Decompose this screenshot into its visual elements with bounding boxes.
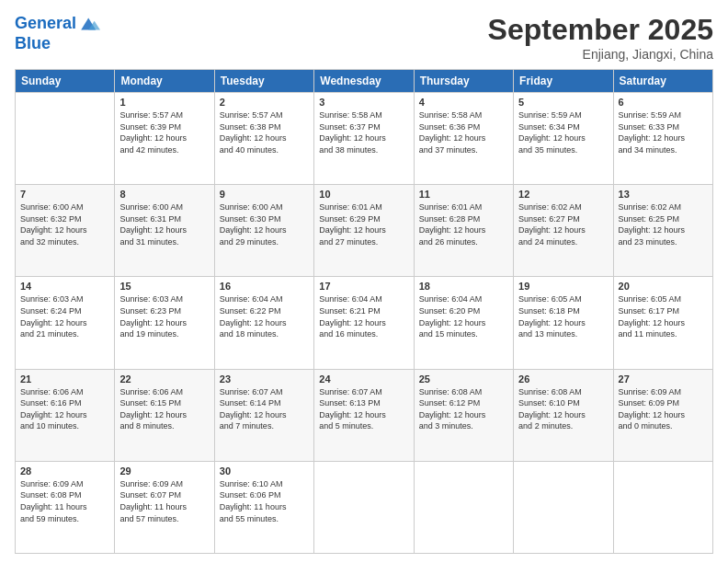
day-number: 14 xyxy=(20,281,109,292)
day-info: Sunrise: 6:09 AM Sunset: 6:07 PM Dayligh… xyxy=(119,478,209,524)
day-number: 13 xyxy=(619,189,708,200)
day-number: 6 xyxy=(619,97,708,108)
day-cell: 12Sunrise: 6:02 AM Sunset: 6:27 PM Dayli… xyxy=(514,185,613,277)
day-cell xyxy=(414,461,513,553)
day-number: 12 xyxy=(518,189,608,200)
day-info: Sunrise: 6:03 AM Sunset: 6:23 PM Dayligh… xyxy=(119,293,209,339)
day-cell: 23Sunrise: 6:07 AM Sunset: 6:14 PM Dayli… xyxy=(214,369,313,461)
day-cell: 10Sunrise: 6:01 AM Sunset: 6:29 PM Dayli… xyxy=(314,185,414,277)
col-header-friday: Friday xyxy=(514,70,613,93)
day-cell: 4Sunrise: 5:58 AM Sunset: 6:36 PM Daylig… xyxy=(414,93,513,185)
col-header-tuesday: Tuesday xyxy=(214,70,313,93)
day-info: Sunrise: 6:09 AM Sunset: 6:08 PM Dayligh… xyxy=(20,478,109,524)
day-info: Sunrise: 5:59 AM Sunset: 6:34 PM Dayligh… xyxy=(518,109,608,155)
day-info: Sunrise: 6:07 AM Sunset: 6:13 PM Dayligh… xyxy=(319,386,408,432)
day-cell: 11Sunrise: 6:01 AM Sunset: 6:28 PM Dayli… xyxy=(414,185,513,277)
month-title: September 2025 xyxy=(488,13,713,47)
day-cell: 3Sunrise: 5:58 AM Sunset: 6:37 PM Daylig… xyxy=(314,93,414,185)
location: Enjiang, Jiangxi, China xyxy=(488,47,713,62)
day-number: 2 xyxy=(220,97,309,108)
day-cell xyxy=(514,461,613,553)
week-row-3: 14Sunrise: 6:03 AM Sunset: 6:24 PM Dayli… xyxy=(16,277,713,369)
calendar-table: SundayMondayTuesdayWednesdayThursdayFrid… xyxy=(15,69,713,554)
day-cell: 24Sunrise: 6:07 AM Sunset: 6:13 PM Dayli… xyxy=(314,369,414,461)
day-cell: 30Sunrise: 6:10 AM Sunset: 6:06 PM Dayli… xyxy=(214,461,313,553)
day-info: Sunrise: 5:58 AM Sunset: 6:37 PM Dayligh… xyxy=(319,109,408,155)
day-number: 27 xyxy=(619,373,708,385)
day-info: Sunrise: 6:01 AM Sunset: 6:28 PM Dayligh… xyxy=(419,201,508,247)
day-number: 28 xyxy=(20,465,109,477)
day-number: 15 xyxy=(119,281,209,292)
day-cell: 17Sunrise: 6:04 AM Sunset: 6:21 PM Dayli… xyxy=(314,277,414,369)
day-number: 18 xyxy=(419,281,508,292)
day-number: 17 xyxy=(319,281,408,292)
col-header-monday: Monday xyxy=(115,70,214,93)
day-number: 1 xyxy=(119,97,209,108)
day-info: Sunrise: 6:07 AM Sunset: 6:14 PM Dayligh… xyxy=(220,386,309,432)
logo-text2: Blue xyxy=(15,35,100,53)
logo-icon xyxy=(78,13,100,35)
day-cell: 7Sunrise: 6:00 AM Sunset: 6:32 PM Daylig… xyxy=(16,185,115,277)
day-info: Sunrise: 6:04 AM Sunset: 6:22 PM Dayligh… xyxy=(220,293,309,339)
day-cell xyxy=(16,93,115,185)
day-cell: 19Sunrise: 6:05 AM Sunset: 6:18 PM Dayli… xyxy=(514,277,613,369)
col-header-wednesday: Wednesday xyxy=(314,70,414,93)
day-number: 29 xyxy=(119,465,209,477)
day-number: 7 xyxy=(20,189,109,200)
day-info: Sunrise: 6:00 AM Sunset: 6:31 PM Dayligh… xyxy=(119,201,209,247)
day-cell: 27Sunrise: 6:09 AM Sunset: 6:09 PM Dayli… xyxy=(613,369,712,461)
day-cell: 20Sunrise: 6:05 AM Sunset: 6:17 PM Dayli… xyxy=(613,277,712,369)
day-cell: 5Sunrise: 5:59 AM Sunset: 6:34 PM Daylig… xyxy=(514,93,613,185)
day-cell: 2Sunrise: 5:57 AM Sunset: 6:38 PM Daylig… xyxy=(214,93,313,185)
day-info: Sunrise: 6:06 AM Sunset: 6:15 PM Dayligh… xyxy=(119,386,209,432)
day-cell: 1Sunrise: 5:57 AM Sunset: 6:39 PM Daylig… xyxy=(115,93,214,185)
day-info: Sunrise: 5:57 AM Sunset: 6:39 PM Dayligh… xyxy=(119,109,209,155)
day-info: Sunrise: 6:05 AM Sunset: 6:18 PM Dayligh… xyxy=(518,293,608,339)
title-block: September 2025 Enjiang, Jiangxi, China xyxy=(488,13,713,62)
col-header-sunday: Sunday xyxy=(16,70,115,93)
day-cell: 28Sunrise: 6:09 AM Sunset: 6:08 PM Dayli… xyxy=(16,461,115,553)
day-number: 22 xyxy=(119,373,209,385)
day-info: Sunrise: 6:01 AM Sunset: 6:29 PM Dayligh… xyxy=(319,201,408,247)
day-info: Sunrise: 6:05 AM Sunset: 6:17 PM Dayligh… xyxy=(619,293,708,339)
day-cell: 21Sunrise: 6:06 AM Sunset: 6:16 PM Dayli… xyxy=(16,369,115,461)
day-number: 26 xyxy=(518,373,608,385)
day-number: 25 xyxy=(419,373,508,385)
day-info: Sunrise: 6:08 AM Sunset: 6:10 PM Dayligh… xyxy=(518,386,608,432)
day-info: Sunrise: 6:00 AM Sunset: 6:30 PM Dayligh… xyxy=(220,201,309,247)
day-cell xyxy=(314,461,414,553)
day-info: Sunrise: 6:10 AM Sunset: 6:06 PM Dayligh… xyxy=(220,478,309,524)
day-info: Sunrise: 6:00 AM Sunset: 6:32 PM Dayligh… xyxy=(20,201,109,247)
day-cell: 15Sunrise: 6:03 AM Sunset: 6:23 PM Dayli… xyxy=(115,277,214,369)
day-number: 5 xyxy=(518,97,608,108)
col-header-thursday: Thursday xyxy=(414,70,513,93)
day-cell: 6Sunrise: 5:59 AM Sunset: 6:33 PM Daylig… xyxy=(613,93,712,185)
logo: General Blue xyxy=(15,13,100,53)
day-info: Sunrise: 5:57 AM Sunset: 6:38 PM Dayligh… xyxy=(220,109,309,155)
week-row-2: 7Sunrise: 6:00 AM Sunset: 6:32 PM Daylig… xyxy=(16,185,713,277)
day-number: 24 xyxy=(319,373,408,385)
day-cell: 26Sunrise: 6:08 AM Sunset: 6:10 PM Dayli… xyxy=(514,369,613,461)
day-info: Sunrise: 6:04 AM Sunset: 6:20 PM Dayligh… xyxy=(419,293,508,339)
week-row-5: 28Sunrise: 6:09 AM Sunset: 6:08 PM Dayli… xyxy=(16,461,713,553)
day-cell: 8Sunrise: 6:00 AM Sunset: 6:31 PM Daylig… xyxy=(115,185,214,277)
day-cell: 18Sunrise: 6:04 AM Sunset: 6:20 PM Dayli… xyxy=(414,277,513,369)
day-cell: 13Sunrise: 6:02 AM Sunset: 6:25 PM Dayli… xyxy=(613,185,712,277)
day-number: 8 xyxy=(119,189,209,200)
day-info: Sunrise: 6:03 AM Sunset: 6:24 PM Dayligh… xyxy=(20,293,109,339)
logo-text: General xyxy=(15,15,76,33)
day-number: 4 xyxy=(419,97,508,108)
day-info: Sunrise: 5:58 AM Sunset: 6:36 PM Dayligh… xyxy=(419,109,508,155)
day-cell: 22Sunrise: 6:06 AM Sunset: 6:15 PM Dayli… xyxy=(115,369,214,461)
day-number: 21 xyxy=(20,373,109,385)
day-cell: 25Sunrise: 6:08 AM Sunset: 6:12 PM Dayli… xyxy=(414,369,513,461)
week-row-4: 21Sunrise: 6:06 AM Sunset: 6:16 PM Dayli… xyxy=(16,369,713,461)
header: General Blue September 2025 Enjiang, Jia… xyxy=(15,13,713,62)
day-info: Sunrise: 6:06 AM Sunset: 6:16 PM Dayligh… xyxy=(20,386,109,432)
day-info: Sunrise: 6:02 AM Sunset: 6:27 PM Dayligh… xyxy=(518,201,608,247)
day-cell: 29Sunrise: 6:09 AM Sunset: 6:07 PM Dayli… xyxy=(115,461,214,553)
day-number: 11 xyxy=(419,189,508,200)
day-number: 20 xyxy=(619,281,708,292)
day-cell xyxy=(613,461,712,553)
day-number: 23 xyxy=(220,373,309,385)
